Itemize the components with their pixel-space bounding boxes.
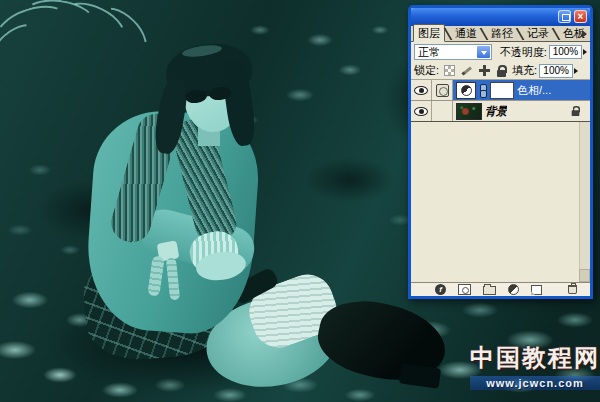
- scrollbar-track[interactable]: [579, 122, 590, 282]
- adjustment-icon: [461, 85, 472, 96]
- opacity-input[interactable]: 100%: [549, 45, 582, 59]
- fill-input[interactable]: 100%: [539, 64, 573, 78]
- eye-icon[interactable]: [414, 86, 428, 95]
- opacity-label: 不透明度:: [500, 45, 547, 60]
- close-button[interactable]: ×: [574, 10, 587, 23]
- fill-label: 填充:: [512, 63, 537, 78]
- lock-transparency-icon[interactable]: [444, 65, 455, 76]
- lock-label: 锁定:: [414, 63, 439, 78]
- layer-list: 色相/... 背景: [411, 79, 590, 122]
- layer-row-background[interactable]: 背景: [411, 101, 590, 122]
- watermark-site-name: 中国教程网: [470, 342, 600, 374]
- adjustment-layer-thumbnail[interactable]: [456, 82, 476, 99]
- lock-row: 锁定: 填充: 100%: [411, 61, 590, 79]
- lock-pixels-icon[interactable]: [461, 65, 473, 77]
- visibility-cell[interactable]: [411, 80, 432, 100]
- layer-name[interactable]: 色相/...: [517, 83, 551, 98]
- layer-row-content[interactable]: 背景: [453, 101, 590, 121]
- fill-slider-arrow-icon[interactable]: [574, 68, 578, 74]
- layer-row-content[interactable]: 色相/...: [453, 80, 590, 100]
- watermark-url: www.jcwcn.com: [470, 376, 600, 390]
- link-cell[interactable]: [432, 101, 453, 121]
- add-layer-mask-icon[interactable]: [458, 284, 471, 295]
- lock-all-icon[interactable]: [496, 65, 507, 77]
- girl-boot-heel: [399, 363, 441, 388]
- sunglasses-bridge: [204, 91, 212, 93]
- layer-row-adjustment[interactable]: 色相/...: [411, 80, 590, 101]
- layer-style-icon[interactable]: f: [435, 284, 446, 295]
- tab-paths[interactable]: 路径: [487, 25, 517, 41]
- layers-palette: × 图层 通道 路径 记录 色板 正常 不透明度: 100% 锁定:: [408, 5, 593, 299]
- layer-name[interactable]: 背景: [485, 104, 507, 119]
- visibility-cell[interactable]: [411, 101, 432, 121]
- lock-buttons: [444, 65, 507, 77]
- blend-mode-value: 正常: [415, 45, 440, 60]
- palette-menu-arrow-icon[interactable]: [582, 30, 587, 38]
- layer-mask-thumbnail[interactable]: [490, 82, 514, 99]
- background-layer-thumbnail[interactable]: [456, 103, 482, 120]
- layer-list-empty-area: [411, 122, 590, 282]
- background-lock-icon: [571, 106, 580, 116]
- blend-mode-select[interactable]: 正常: [414, 44, 492, 60]
- delete-layer-icon[interactable]: [568, 285, 577, 294]
- new-group-icon[interactable]: [483, 286, 496, 295]
- screenshot-root: 中国教程网 www.jcwcn.com × 图层 通道 路径 记录 色板 正常 …: [0, 0, 600, 402]
- lock-position-icon[interactable]: [479, 65, 490, 76]
- new-adjustment-layer-icon[interactable]: [508, 284, 519, 295]
- tab-history[interactable]: 记录: [523, 25, 553, 41]
- mask-editing-icon: [436, 84, 449, 97]
- eye-icon[interactable]: [414, 107, 428, 116]
- dropdown-arrow-icon[interactable]: [476, 45, 491, 59]
- minimize-button[interactable]: [558, 10, 571, 23]
- opacity-slider-arrow-icon[interactable]: [583, 49, 587, 55]
- blend-mode-row: 正常 不透明度: 100%: [411, 42, 590, 61]
- watermark: 中国教程网 www.jcwcn.com: [470, 342, 600, 390]
- mask-link-icon[interactable]: [479, 83, 487, 98]
- tab-channels[interactable]: 通道: [451, 25, 481, 41]
- scrollbar-grip[interactable]: [579, 269, 590, 282]
- palette-button-bar: f: [411, 282, 590, 296]
- mask-indicator-cell: [432, 80, 453, 100]
- palette-tabs: 图层 通道 路径 记录 色板: [411, 26, 590, 42]
- tab-layers[interactable]: 图层: [413, 24, 445, 42]
- new-layer-icon[interactable]: [531, 285, 542, 295]
